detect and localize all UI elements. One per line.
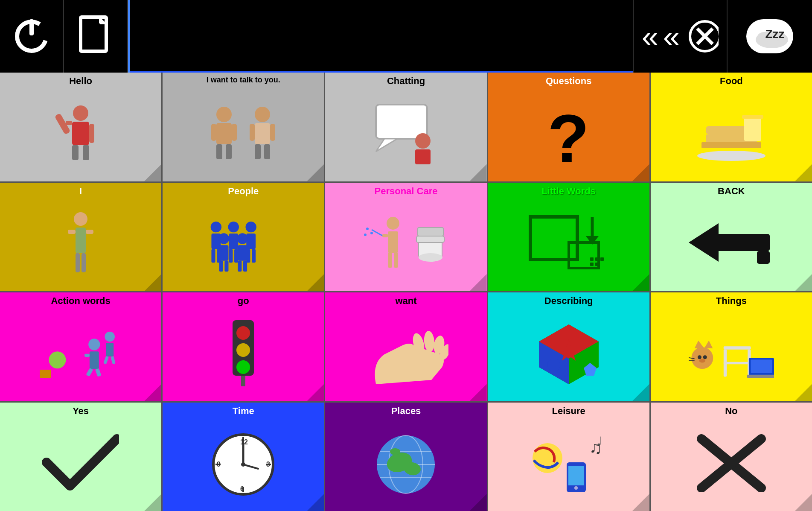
svg-point-148 — [241, 462, 245, 467]
personal-care-cell[interactable]: Personal Care — [325, 183, 486, 292]
svg-rect-99 — [86, 368, 93, 377]
svg-rect-40 — [701, 142, 761, 148]
new-page-icon — [76, 15, 115, 58]
svg-point-70 — [387, 217, 399, 230]
svg-marker-93 — [689, 223, 719, 262]
svg-rect-52 — [212, 249, 215, 263]
svg-rect-65 — [225, 261, 229, 272]
symbol-grid: Hello I want to talk to you. — [0, 73, 812, 511]
svg-line-73 — [372, 230, 382, 236]
backspace-icon: « « — [642, 17, 719, 55]
svg-rect-71 — [388, 231, 398, 253]
top-center-area — [130, 0, 633, 73]
i-want-talk-cell[interactable]: I want to talk to you. — [163, 73, 324, 181]
svg-point-96 — [88, 339, 100, 350]
svg-point-54 — [228, 222, 239, 232]
yes-icon — [3, 416, 159, 508]
svg-point-108 — [236, 343, 250, 357]
svg-rect-46 — [68, 230, 76, 234]
people-icon — [165, 196, 321, 289]
people-cell[interactable]: People — [163, 183, 324, 292]
svg-marker-34 — [376, 139, 397, 152]
describing-cell[interactable]: Describing — [488, 292, 649, 401]
svg-point-74 — [370, 232, 373, 234]
svg-rect-94 — [757, 251, 770, 264]
leisure-cell[interactable]: Leisure ♫ ♩ — [488, 403, 649, 511]
svg-point-112 — [423, 330, 435, 353]
go-icon — [165, 306, 321, 398]
back-icon — [653, 196, 809, 289]
svg-point-66 — [237, 233, 248, 244]
svg-rect-91 — [595, 263, 599, 266]
svg-rect-24 — [232, 124, 237, 141]
svg-point-156 — [390, 448, 400, 455]
i-cell[interactable]: I — [0, 183, 161, 292]
hello-icon — [3, 86, 159, 178]
svg-point-27 — [255, 107, 270, 122]
backspace-button[interactable]: « « — [633, 0, 727, 73]
svg-point-75 — [366, 228, 369, 230]
questions-cell[interactable]: Questions ? — [488, 73, 649, 181]
svg-rect-47 — [86, 230, 93, 234]
svg-rect-28 — [255, 123, 270, 144]
svg-rect-43 — [742, 115, 763, 119]
power-button[interactable] — [0, 0, 64, 73]
svg-point-62 — [218, 233, 229, 244]
svg-rect-20 — [83, 145, 89, 160]
svg-rect-26 — [226, 144, 232, 159]
svg-rect-87 — [590, 257, 594, 261]
action-words-cell[interactable]: Action words — [0, 292, 161, 401]
yes-cell[interactable]: Yes — [0, 403, 161, 511]
svg-rect-88 — [595, 257, 599, 261]
svg-text:6: 6 — [240, 485, 244, 493]
svg-point-14 — [73, 105, 88, 121]
leisure-icon: ♫ ♩ — [491, 416, 647, 508]
things-icon — [653, 306, 809, 398]
svg-rect-98 — [84, 354, 90, 357]
svg-rect-135 — [747, 375, 774, 378]
svg-marker-124 — [704, 341, 713, 348]
svg-rect-81 — [418, 228, 443, 236]
svg-rect-80 — [416, 236, 444, 242]
svg-rect-92 — [714, 234, 770, 251]
svg-rect-61 — [252, 249, 256, 263]
sleep-icon: Zzz — [746, 19, 793, 53]
svg-rect-105 — [40, 370, 51, 378]
back-cell[interactable]: BACK — [651, 183, 812, 292]
svg-rect-102 — [106, 343, 114, 357]
time-cell[interactable]: Time 12 6 9 3 — [163, 403, 324, 511]
hello-cell[interactable]: Hello — [0, 73, 161, 181]
svg-point-107 — [236, 326, 250, 340]
svg-rect-36 — [415, 149, 431, 164]
svg-rect-133 — [724, 362, 751, 364]
things-cell[interactable]: Things — [651, 292, 812, 401]
zzz-text: Zzz — [765, 27, 784, 41]
go-cell[interactable]: go — [163, 292, 324, 401]
new-page-button[interactable] — [64, 0, 128, 73]
svg-rect-63 — [219, 245, 229, 260]
svg-point-58 — [246, 222, 256, 232]
svg-rect-45 — [76, 228, 86, 253]
svg-rect-97 — [90, 352, 99, 369]
svg-rect-68 — [238, 261, 242, 272]
svg-point-38 — [697, 151, 765, 161]
food-cell[interactable]: Food — [651, 73, 812, 181]
svg-text:«: « — [642, 20, 658, 53]
svg-rect-72 — [382, 234, 388, 237]
sleep-button[interactable]: Zzz — [727, 0, 812, 73]
svg-text:3: 3 — [266, 461, 270, 468]
little-words-icon — [491, 196, 647, 289]
svg-rect-56 — [229, 249, 233, 263]
little-words-cell[interactable]: Little Words — [488, 183, 649, 292]
places-cell[interactable]: Places — [325, 403, 486, 511]
svg-rect-25 — [216, 144, 222, 159]
svg-rect-136 — [751, 360, 772, 374]
no-cell[interactable]: No — [651, 403, 812, 511]
svg-point-109 — [236, 360, 250, 374]
personal-care-icon — [328, 196, 484, 289]
chatting-cell[interactable]: Chatting — [325, 73, 486, 181]
want-cell[interactable]: want — [325, 292, 486, 401]
food-icon — [653, 86, 809, 178]
svg-rect-67 — [238, 245, 247, 260]
svg-rect-55 — [229, 234, 239, 249]
